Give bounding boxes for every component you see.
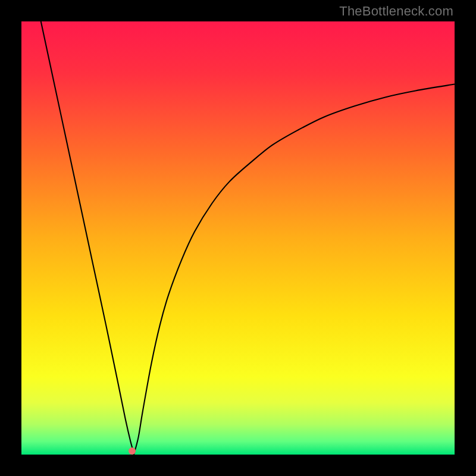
chart-container: TheBottleneck.com bbox=[0, 0, 476, 476]
watermark-text: TheBottleneck.com bbox=[339, 4, 453, 19]
plot-frame bbox=[21, 21, 455, 455]
plot-area bbox=[21, 21, 455, 455]
bottleneck-curve bbox=[21, 21, 455, 455]
